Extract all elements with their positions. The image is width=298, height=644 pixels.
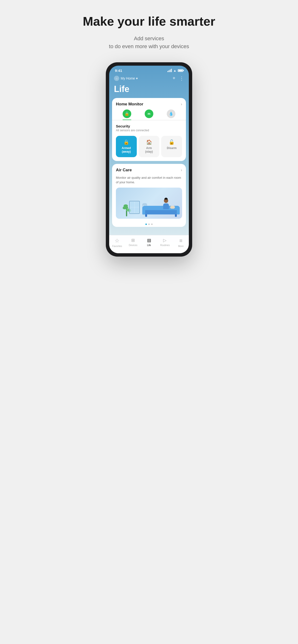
- security-info: Security All sensors are connected: [112, 123, 186, 135]
- tab-water[interactable]: 💧: [167, 110, 175, 120]
- menu-button[interactable]: ⋮: [179, 76, 184, 81]
- nav-more[interactable]: ≡ More: [173, 238, 189, 248]
- home-monitor-header[interactable]: Home Monitor ›: [112, 98, 186, 110]
- life-icon: ▤: [147, 238, 151, 243]
- status-bar: 9:41 ▲: [109, 66, 189, 74]
- devices-label: Devices: [129, 244, 137, 246]
- page-title: Life: [109, 83, 189, 98]
- person-illustration: [163, 198, 169, 209]
- status-icons: ▲: [168, 69, 183, 72]
- app-header: ⌂ My Home ▾ + ⋮: [109, 74, 189, 83]
- air-care-card: Air Care › Monitor air quality and air c…: [112, 164, 186, 227]
- nav-devices[interactable]: ⊞ Devices: [125, 238, 141, 248]
- air-care-chevron: ›: [181, 168, 182, 172]
- home-monitor-title: Home Monitor: [116, 102, 143, 106]
- bottom-navigation: ☆ Favorites ⊞ Devices ▤ Life ▷ Routines …: [109, 235, 189, 253]
- dot-2: [148, 224, 150, 225]
- air-care-header[interactable]: Air Care ›: [112, 164, 186, 176]
- home-icon: ⌂: [114, 76, 119, 81]
- header-actions: + ⋮: [173, 76, 184, 81]
- more-icon: ≡: [179, 238, 182, 244]
- pet-illustration: [170, 206, 175, 209]
- motion-tab-icon: m: [145, 110, 153, 118]
- tab-motion[interactable]: m: [145, 110, 153, 120]
- armed-away-label: Armed(away): [122, 146, 131, 154]
- phone-frame: 9:41 ▲ ⌂ My Home ▾ +: [106, 62, 192, 256]
- devices-icon: ⊞: [131, 238, 135, 243]
- window-illustration: [129, 201, 140, 214]
- favorites-label: Favorites: [112, 245, 122, 248]
- add-button[interactable]: +: [173, 76, 175, 81]
- nav-favorites[interactable]: ☆ Favorites: [109, 238, 125, 248]
- disarm-label: Disarm: [167, 146, 177, 150]
- disarm-button[interactable]: 🔓 Disarm: [161, 136, 182, 157]
- scroll-content: Home Monitor › 🔒 m 💧: [109, 98, 189, 246]
- home-monitor-card: Home Monitor › 🔒 m 💧: [112, 98, 186, 161]
- armed-away-button[interactable]: 🔒 Armed(away): [116, 136, 137, 157]
- security-tab-icon: 🔒: [123, 110, 131, 118]
- air-care-title: Air Care: [116, 168, 132, 172]
- tab-security[interactable]: 🔒: [123, 110, 131, 120]
- hero-subtitle: Add services to do even more with your d…: [109, 34, 189, 50]
- signal-icon: [168, 69, 172, 72]
- arm-stay-label: Arm(stay): [145, 146, 153, 154]
- phone-screen: 9:41 ▲ ⌂ My Home ▾ +: [109, 66, 189, 253]
- home-monitor-chevron: ›: [181, 102, 182, 106]
- armed-buttons: 🔒 Armed(away) 🏠 Arm(stay) 🔓 Disarm: [112, 135, 186, 161]
- status-time: 9:41: [115, 68, 122, 72]
- dot-1: [145, 224, 147, 225]
- more-label: More: [178, 245, 184, 248]
- air-care-illustration: [116, 188, 182, 219]
- favorites-icon: ☆: [115, 238, 119, 244]
- security-subtitle: All sensors are connected: [116, 129, 182, 132]
- pagination-dots: [112, 222, 186, 227]
- life-label: Life: [147, 244, 151, 246]
- arm-stay-button[interactable]: 🏠 Arm(stay): [139, 136, 160, 157]
- nav-routines[interactable]: ▷ Routines: [157, 238, 173, 248]
- home-selector[interactable]: ⌂ My Home ▾: [114, 76, 138, 81]
- disarm-icon: 🔓: [169, 139, 175, 145]
- hero-title: Make your life smarter: [83, 14, 215, 29]
- armed-away-icon: 🔒: [123, 139, 129, 145]
- wifi-icon: ▲: [173, 69, 176, 72]
- monitor-tabs: 🔒 m 💧: [112, 110, 186, 120]
- home-label: My Home ▾: [121, 76, 138, 80]
- nav-life[interactable]: ▤ Life: [141, 238, 157, 248]
- air-care-description: Monitor air quality and air comfort in e…: [112, 176, 186, 188]
- battery-icon: [178, 69, 183, 72]
- security-title: Security: [116, 124, 182, 128]
- water-tab-icon: 💧: [167, 110, 175, 118]
- dot-3: [151, 224, 153, 225]
- arm-stay-icon: 🏠: [146, 139, 152, 145]
- routines-label: Routines: [160, 244, 170, 246]
- routines-icon: ▷: [163, 238, 167, 243]
